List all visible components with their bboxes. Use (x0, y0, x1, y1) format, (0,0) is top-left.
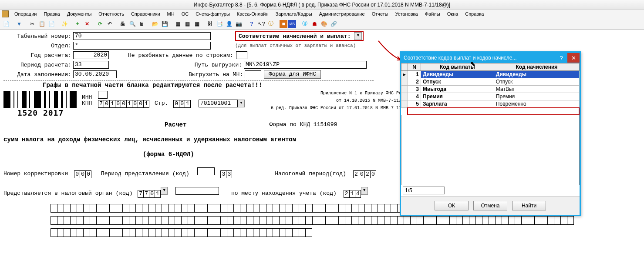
digit-cell[interactable]: 0 (173, 100, 179, 108)
menu-oc[interactable]: ОС (179, 11, 192, 17)
sheet2-icon[interactable]: ▦ (183, 20, 192, 28)
tab-num-input[interactable]: 70 (73, 32, 211, 40)
inn-input[interactable] (98, 91, 108, 99)
digit-cell[interactable]: 7 (138, 190, 144, 198)
digit-cell[interactable]: 1 (349, 190, 355, 198)
digit-cell[interactable]: 7 (143, 190, 149, 198)
digit-cell[interactable]: 0 (359, 170, 365, 178)
digit-cell[interactable]: 0 (149, 190, 155, 198)
grid-row[interactable]: 2ОтпускОтпуск (401, 78, 580, 86)
export-checkbox[interactable] (245, 70, 261, 78)
organ-cells[interactable]: 7701 (138, 190, 161, 198)
red-icon[interactable]: ☗ (310, 20, 319, 28)
grid-row[interactable]: 5ЗарплатаПовременно (401, 100, 580, 108)
open-icon[interactable]: 📂 (151, 20, 159, 28)
dialog-close-button[interactable]: ✕ (567, 53, 580, 63)
grid-row[interactable]: 4ПремияПремия (401, 93, 580, 100)
menu-cash[interactable]: Касса-Онлайн (234, 11, 272, 17)
name-cell-row[interactable] (312, 216, 574, 225)
undo-icon[interactable]: ↶ (105, 20, 114, 28)
save-icon[interactable]: 💾 (160, 20, 169, 28)
preview-icon[interactable]: 🔍 (128, 20, 137, 28)
name-cell-row[interactable] (51, 216, 312, 225)
menu-reports[interactable]: Отчеты (369, 11, 391, 17)
mesto-dropdown-icon[interactable]: ▾ (361, 187, 368, 195)
dialog-help-button[interactable]: ? (555, 53, 567, 63)
grid-new-row[interactable] (407, 107, 580, 115)
menu-files[interactable]: Файлы (422, 11, 443, 17)
ifns-form-button[interactable]: Форма для ИФНС (264, 70, 321, 79)
wand-icon[interactable]: ✨ (60, 20, 69, 28)
digit-cell[interactable]: 0 (85, 170, 91, 178)
digit-cell[interactable]: 0 (74, 170, 80, 178)
menu-salary[interactable]: Зарплата/Кадры (273, 11, 315, 17)
digit-cell[interactable]: 0 (121, 100, 127, 108)
mesto-cells[interactable]: 214 (344, 190, 361, 198)
menu-edit[interactable]: Правка (40, 11, 63, 17)
otdel-input[interactable]: * (73, 42, 211, 50)
dialog-find-button[interactable]: Найти (512, 201, 546, 210)
menu-help[interactable]: Справка (462, 11, 487, 17)
help-arrow-icon[interactable]: ↖? (257, 20, 266, 28)
sheet1-icon[interactable]: ▦ (173, 20, 182, 28)
menu-operations[interactable]: Операции (11, 11, 40, 17)
digit-cell[interactable]: 0 (104, 100, 110, 108)
digit-cell[interactable]: 0 (138, 100, 144, 108)
digit-cell[interactable]: 2 (344, 190, 350, 198)
digit-cell[interactable]: 0 (115, 100, 121, 108)
digit-cell[interactable]: 3 (220, 170, 226, 178)
camera-icon[interactable]: 📷 (234, 20, 243, 28)
add-icon[interactable]: ＋ (73, 20, 82, 28)
digit-cell[interactable]: 2 (364, 170, 371, 178)
code-box[interactable]: 701001001 (199, 100, 238, 107)
digit-cell[interactable]: 4 (355, 190, 361, 198)
link-icon[interactable]: 🔗 (329, 20, 338, 28)
digit-cell[interactable]: 1 (126, 100, 132, 108)
filter-icon[interactable]: ▼ (15, 20, 24, 28)
organ-dropdown-icon[interactable]: ▾ (161, 187, 168, 195)
colors-icon[interactable]: 🎨 (320, 20, 328, 28)
path-input[interactable]: MN\2019\ZP (244, 61, 367, 69)
digit-cell[interactable]: 1 (143, 100, 149, 108)
digit-cell[interactable]: 1 (155, 190, 161, 198)
digit-cell[interactable]: 3 (226, 170, 232, 178)
korr-cells[interactable]: 000 (74, 170, 91, 178)
dialog-cancel-button[interactable]: Отмена (473, 201, 507, 210)
menu-admin[interactable]: Администрирование (316, 11, 368, 17)
digit-cell[interactable]: 0 (132, 100, 138, 108)
menu-invoices[interactable]: Счета-фактуры (192, 11, 233, 17)
menu-reporting[interactable]: Отчетность (95, 11, 127, 17)
period-input[interactable]: 33 (73, 61, 109, 69)
grid-row[interactable]: 3МвыгодаМатВыг (401, 86, 580, 93)
code-dropdown-icon[interactable]: ▾ (238, 100, 245, 107)
digit-cell[interactable]: 0 (179, 100, 185, 108)
menu-mn[interactable]: МН (164, 11, 178, 17)
digit-cell[interactable]: 1 (109, 100, 115, 108)
new-icon[interactable]: 📄 (2, 20, 10, 28)
sheet3-icon[interactable]: ▦ (192, 20, 201, 28)
name-cell-row[interactable] (51, 204, 312, 213)
menu-directories[interactable]: Справочники (128, 11, 163, 17)
blue1-icon[interactable]: ИБ (288, 20, 296, 28)
fill-date-input[interactable]: 30.06.2020 (73, 70, 117, 78)
orange1-icon[interactable]: ■ (280, 20, 287, 28)
print-icon[interactable]: 🖶 (118, 20, 127, 28)
digit-cell[interactable]: 0 (370, 170, 376, 178)
grid-row[interactable]: ▸1ДивидендыДивиденды (401, 71, 580, 78)
year-input[interactable]: 2020 (73, 51, 109, 59)
kpp-cells[interactable]: 701001001 (98, 100, 149, 108)
dialog-ok-button[interactable]: ОК (435, 201, 469, 210)
delete-icon[interactable]: ✕ (83, 20, 91, 28)
skype-icon[interactable]: Ⓢ (300, 20, 309, 28)
calc-icon[interactable]: 🖩 (138, 20, 146, 28)
organ-extra-input[interactable] (175, 187, 219, 195)
menu-documents[interactable]: Документы (64, 11, 95, 17)
pp-extra-input[interactable] (197, 167, 215, 175)
copy-icon[interactable]: 📋 (37, 20, 46, 28)
info-icon[interactable]: ⓘ (266, 20, 275, 28)
digit-cell[interactable]: 0 (80, 170, 86, 178)
pp-cells[interactable]: 33 (220, 170, 232, 178)
match-dropdown-button[interactable]: ▾ (354, 32, 362, 40)
digit-cell[interactable]: 7 (98, 100, 104, 108)
np-cells[interactable]: 2020 (353, 170, 376, 178)
